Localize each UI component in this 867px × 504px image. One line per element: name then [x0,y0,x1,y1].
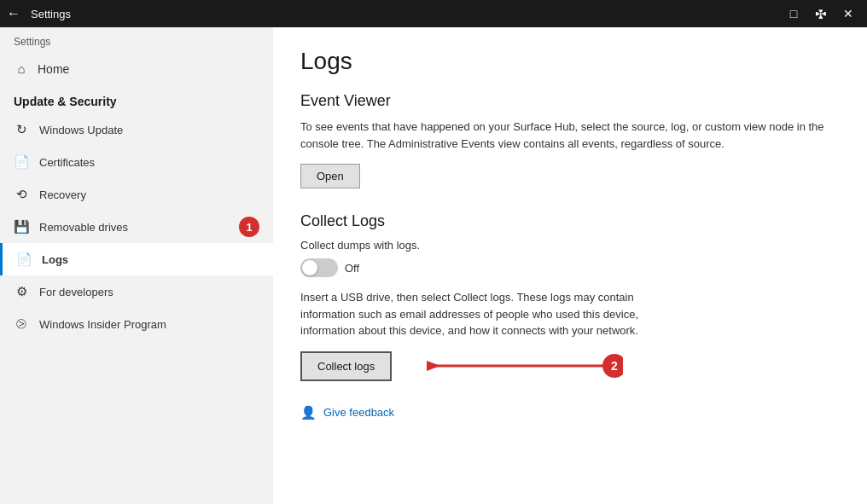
collect-logs-button[interactable]: Collect logs [300,351,392,381]
annotation-1: 1 [239,217,259,237]
sidebar-home-label: Home [38,62,69,76]
sidebar-item-removable-drives[interactable]: 💾 Removable drives 1 [0,211,273,243]
logs-icon: 📄 [16,252,32,267]
arrow-1-svg [0,246,3,272]
sidebar-item-label: Windows Update [39,124,123,136]
main-container: Settings ⌂ Home Update & Security ↻ Wind… [0,27,867,504]
sidebar-item-for-developers[interactable]: ⚙ For developers [0,275,273,308]
feedback-row: 👤 Give feedback [300,405,840,420]
collect-dumps-toggle[interactable] [300,258,338,277]
titlebar: ← Settings □ ⧾ ✕ [0,0,867,27]
sidebar-item-label: Logs [42,253,68,266]
collect-logs-heading: Collect Logs [300,212,840,230]
svg-text:2: 2 [611,359,618,373]
sidebar-item-label: Recovery [39,188,86,201]
usb-description: Insert a USB drive, then select Collect … [300,289,684,339]
collect-dumps-label: Collect dumps with logs. [300,239,840,252]
drive-icon: 💾 [14,219,29,235]
sidebar-section-title: Update & Security [0,86,273,113]
sidebar-item-home[interactable]: ⌂ Home [0,51,273,86]
windows-icon: ⧁ [14,316,29,332]
page-title: Logs [300,48,840,75]
home-icon: ⌂ [14,61,29,76]
collect-logs-btn-row: Collect logs 2 [300,351,840,381]
certificate-icon: 📄 [14,154,29,170]
sidebar-item-windows-insider[interactable]: ⧁ Windows Insider Program [0,308,273,340]
sidebar-item-certificates[interactable]: 📄 Certificates [0,146,273,178]
back-button[interactable]: ← [7,6,20,21]
window-controls: □ ⧾ ✕ [782,2,860,26]
maximize-button[interactable]: ⧾ [809,2,833,26]
sidebar-item-label: For developers [39,286,113,298]
sidebar-item-label: Removable drives [39,221,128,234]
close-button[interactable]: ✕ [836,2,860,26]
arrow-2-svg: 2 [427,349,623,383]
content-area: Logs Event Viewer To see events that hav… [273,27,867,504]
toggle-label: Off [345,262,359,275]
sidebar-item-windows-update[interactable]: ↻ Windows Update [0,113,273,146]
sidebar-item-logs[interactable]: 📄 Logs [0,243,273,275]
recovery-icon: ⟲ [14,187,29,202]
app-title: Settings [31,8,71,20]
minimize-button[interactable]: □ [782,2,806,26]
sidebar-item-label: Certificates [39,156,95,169]
event-viewer-description: To see events that have happened on your… [300,119,840,152]
give-feedback-link[interactable]: Give feedback [323,406,394,419]
sidebar: Settings ⌂ Home Update & Security ↻ Wind… [0,27,273,504]
sidebar-breadcrumb: Settings [0,27,273,51]
developer-icon: ⚙ [14,284,29,299]
refresh-icon: ↻ [14,122,29,137]
toggle-knob [302,260,317,275]
sidebar-item-recovery[interactable]: ⟲ Recovery [0,178,273,211]
toggle-row: Off [300,258,840,277]
sidebar-item-label: Windows Insider Program [39,318,166,331]
event-viewer-heading: Event Viewer [300,92,840,110]
feedback-person-icon: 👤 [300,405,317,420]
open-button[interactable]: Open [300,164,360,188]
